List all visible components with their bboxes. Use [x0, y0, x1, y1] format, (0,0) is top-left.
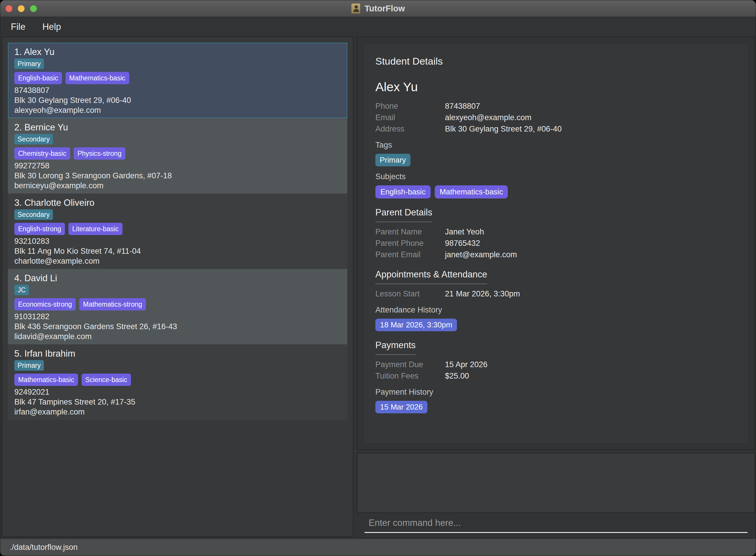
details-panel-title: Student Details	[375, 56, 737, 67]
student-name: 5. Irfan Ibrahim	[14, 348, 341, 359]
student-address: Blk 30 Geylang Street 29, #06-40	[14, 95, 341, 105]
title-bar: TutorFlow	[0, 0, 756, 17]
subject-badge: Mathematics-basic	[14, 374, 78, 386]
student-subjects: English-strongLiterature-basic	[14, 223, 341, 235]
menu-help[interactable]: Help	[42, 22, 61, 32]
subject-badge: Mathematics-basic	[435, 185, 508, 199]
detail-value: Janet Yeoh	[445, 228, 484, 237]
detail-row: Payment Due15 Apr 2026	[375, 359, 737, 370]
payment-rows: Payment Due15 Apr 2026Tuition Fees$25.00	[375, 359, 737, 382]
details-student-name: Alex Yu	[375, 80, 737, 94]
student-name: 2. Bernice Yu	[14, 122, 341, 133]
student-name: 3. Charlotte Oliveiro	[14, 198, 341, 208]
window-title-group: TutorFlow	[351, 3, 405, 14]
detail-label: Lesson Start	[375, 289, 445, 299]
subject-badge: Economics-strong	[14, 298, 76, 310]
app-window: TutorFlow File Help 1. Alex Yu Primary E…	[0, 0, 756, 556]
appointments-heading: Appointments & Attendance	[375, 269, 487, 284]
maximize-window-button[interactable]	[30, 5, 37, 12]
student-card[interactable]: 1. Alex Yu Primary English-basicMathemat…	[8, 43, 347, 118]
detail-label: Address	[375, 125, 445, 134]
student-name: 1. Alex Yu	[14, 47, 341, 57]
student-card[interactable]: 4. David Li JC Economics-strongMathemati…	[8, 269, 347, 344]
subjects-heading: Subjects	[375, 172, 737, 181]
student-email: lidavid@example.com	[14, 332, 341, 341]
detail-row: Parent Emailjanet@example.com	[375, 249, 737, 260]
command-input[interactable]	[365, 514, 748, 533]
subject-badge: Mathematics-basic	[66, 72, 129, 84]
student-card[interactable]: 5. Irfan Ibrahim Primary Mathematics-bas…	[8, 344, 347, 420]
detail-row: Parent NameJanet Yeoh	[375, 226, 737, 238]
detail-value: janet@example.com	[445, 250, 517, 259]
tags-heading: Tags	[375, 141, 737, 150]
close-window-button[interactable]	[6, 5, 12, 12]
parent-rows: Parent NameJanet YeohParent Phone9876543…	[375, 226, 737, 260]
detail-value: 87438807	[445, 102, 480, 111]
parent-details-heading: Parent Details	[375, 207, 433, 222]
subject-badge: English-basic	[14, 72, 62, 84]
appointment-rows: Lesson Start21 Mar 2026, 3:30pm	[375, 288, 737, 300]
detail-label: Parent Phone	[375, 239, 445, 248]
detail-row: Parent Phone98765432	[375, 238, 737, 249]
student-phone: 93210283	[14, 236, 341, 246]
student-phone: 87438807	[14, 85, 341, 95]
student-email: irfan@example.com	[14, 407, 341, 417]
detail-value: 15 Apr 2026	[445, 360, 488, 369]
student-level-row: Primary	[14, 59, 341, 69]
subject-badge: Mathematics-strong	[79, 298, 146, 310]
student-email: charlotte@example.com	[14, 256, 341, 266]
student-subjects: Mathematics-basicScience-basic	[14, 374, 341, 386]
student-level-row: Secondary	[14, 134, 341, 144]
student-level-row: JC	[14, 285, 341, 295]
payment-history-heading: Payment History	[375, 388, 737, 397]
detail-label: Email	[375, 113, 445, 122]
detail-label: Phone	[375, 102, 445, 111]
student-name: 4. David Li	[14, 273, 341, 284]
student-card[interactable]: 3. Charlotte Oliveiro Secondary English-…	[8, 194, 347, 269]
student-address: Blk 30 Lorong 3 Serangoon Gardens, #07-1…	[14, 171, 341, 181]
student-address: Blk 47 Tampines Street 20, #17-35	[14, 397, 341, 407]
traffic-lights	[6, 0, 37, 17]
detail-value: 21 Mar 2026, 3:30pm	[445, 289, 520, 299]
student-level-badge: Secondary	[14, 209, 53, 220]
student-list: 1. Alex Yu Primary English-basicMathemat…	[8, 43, 347, 420]
detail-row: Lesson Start21 Mar 2026, 3:30pm	[375, 288, 737, 300]
student-address: Blk 436 Serangoon Gardens Street 26, #16…	[14, 321, 341, 332]
subject-badge: Science-basic	[81, 374, 131, 386]
student-subjects: Chemistry-basicPhysics-strong	[14, 147, 341, 160]
menu-bar: File Help	[0, 17, 756, 37]
student-address: Blk 11 Ang Mo Kio Street 74, #11-04	[14, 246, 341, 256]
student-level-badge: Primary	[14, 59, 44, 69]
detail-value: Blk 30 Geylang Street 29, #06-40	[445, 125, 561, 134]
detail-label: Parent Name	[375, 228, 445, 237]
student-phone: 91031282	[14, 312, 341, 321]
student-level-badge: Primary	[14, 360, 44, 371]
attendance-history-badges: 18 Mar 2026, 3:30pm	[375, 319, 737, 331]
student-phone: 92492021	[14, 387, 341, 397]
subject-badge: English-basic	[375, 185, 431, 199]
student-card[interactable]: 2. Bernice Yu Secondary Chemistry-basicP…	[8, 118, 347, 194]
window-title: TutorFlow	[365, 4, 405, 13]
detail-value: alexyeoh@example.com	[445, 113, 531, 122]
detail-label: Tuition Fees	[375, 372, 445, 381]
detail-row: Tuition Fees$25.00	[375, 370, 737, 382]
command-area	[357, 514, 755, 537]
student-email: alexyeoh@example.com	[14, 105, 341, 115]
attendance-history-heading: Attendance History	[375, 306, 737, 315]
detail-label: Parent Email	[375, 250, 445, 259]
status-bar: ./data/tutorflow.json	[0, 538, 756, 556]
payments-heading: Payments	[375, 340, 416, 355]
history-badge: 18 Mar 2026, 3:30pm	[375, 319, 457, 331]
status-file-path: ./data/tutorflow.json	[10, 543, 78, 552]
result-display	[357, 453, 755, 513]
address-book-icon	[351, 3, 360, 14]
student-level-row: Secondary	[14, 209, 341, 220]
student-level-badge: JC	[14, 285, 29, 295]
contact-rows: Phone87438807Emailalexyeoh@example.comAd…	[375, 101, 737, 135]
menu-file[interactable]: File	[11, 22, 26, 32]
detail-row: Emailalexyeoh@example.com	[375, 112, 737, 124]
history-badge: 15 Mar 2026	[375, 401, 427, 413]
tag-badge: Primary	[375, 154, 410, 166]
student-subjects: English-basicMathematics-basic	[14, 72, 341, 84]
minimize-window-button[interactable]	[18, 5, 25, 12]
